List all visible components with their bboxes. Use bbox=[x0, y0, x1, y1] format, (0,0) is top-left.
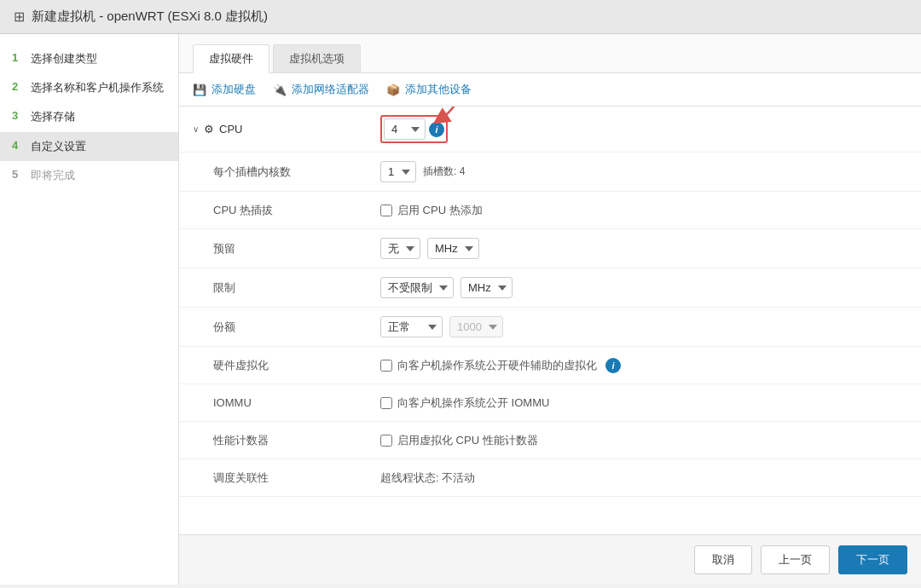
iommu-checkbox-group: 向客户机操作系统公开 IOMMU bbox=[380, 395, 549, 411]
sidebar-label-4: 自定义设置 bbox=[31, 139, 86, 154]
hotplug-checkbox-group: 启用 CPU 热添加 bbox=[380, 203, 483, 218]
step-num-2: 2 bbox=[12, 80, 24, 93]
schedule-control: 超线程状态: 不活动 bbox=[380, 470, 907, 486]
cores-control: 1 2 4 8 插槽数: 4 bbox=[380, 161, 907, 182]
add-nic-button[interactable]: 🔌 添加网络适配器 bbox=[273, 82, 369, 97]
hw-virt-checkbox-group: 向客户机操作系统公开硬件辅助的虚拟化 i bbox=[380, 358, 621, 373]
shares-num-select: 1000 bbox=[449, 316, 503, 337]
hotplug-checkbox[interactable] bbox=[380, 205, 392, 216]
main-container: 1 选择创建类型 2 选择名称和客户机操作系统 3 选择存储 4 自定义设置 5… bbox=[0, 34, 921, 585]
limit-control: 不受限制 MHz GHz bbox=[380, 277, 907, 298]
sidebar-label-3: 选择存储 bbox=[31, 109, 75, 124]
hotplug-control: 启用 CPU 热添加 bbox=[380, 203, 907, 218]
hw-virt-row: 硬件虚拟化 向客户机操作系统公开硬件辅助的虚拟化 i bbox=[179, 347, 921, 384]
prev-button[interactable]: 上一页 bbox=[761, 545, 830, 574]
sidebar-item-2[interactable]: 2 选择名称和客户机操作系统 bbox=[0, 73, 178, 102]
sidebar-label-2: 选择名称和客户机操作系统 bbox=[31, 80, 164, 95]
sidebar-item-3[interactable]: 3 选择存储 bbox=[0, 102, 178, 131]
toolbar: 💾 添加硬盘 🔌 添加网络适配器 📦 添加其他设备 bbox=[179, 73, 921, 107]
reservation-select[interactable]: 无 bbox=[380, 238, 420, 259]
iommu-label: IOMMU bbox=[193, 396, 380, 409]
shares-row: 份额 低 正常 高 自定义 1000 bbox=[179, 308, 921, 347]
cancel-button[interactable]: 取消 bbox=[694, 545, 752, 574]
sidebar: 1 选择创建类型 2 选择名称和客户机操作系统 3 选择存储 4 自定义设置 5… bbox=[0, 34, 179, 585]
footer: 取消 上一页 下一页 bbox=[179, 534, 921, 585]
add-disk-label: 添加硬盘 bbox=[211, 82, 256, 97]
title-bar: ⊞ 新建虚拟机 - openWRT (ESXi 8.0 虚拟机) bbox=[0, 0, 921, 34]
iommu-check-label: 向客户机操作系统公开 IOMMU bbox=[397, 395, 549, 411]
add-nic-icon: 🔌 bbox=[273, 84, 287, 96]
reservation-unit-select[interactable]: MHz GHz bbox=[427, 238, 479, 259]
hotplug-label: CPU 热插拔 bbox=[193, 203, 380, 218]
form-area: ∨ ⚙ CPU 1 2 4 8 16 bbox=[179, 107, 921, 534]
reservation-label: 预留 bbox=[193, 241, 380, 257]
window-title: 新建虚拟机 - openWRT (ESXi 8.0 虚拟机) bbox=[32, 9, 268, 25]
perf-counter-checkbox-group: 启用虚拟化 CPU 性能计数器 bbox=[380, 433, 538, 448]
cpu-row: ∨ ⚙ CPU 1 2 4 8 16 bbox=[179, 107, 921, 153]
shares-label: 份额 bbox=[193, 320, 380, 335]
perf-counter-check-label: 启用虚拟化 CPU 性能计数器 bbox=[397, 433, 538, 448]
cpu-chevron[interactable]: ∨ bbox=[193, 124, 199, 134]
add-device-button[interactable]: 📦 添加其他设备 bbox=[386, 82, 472, 97]
sidebar-item-1[interactable]: 1 选择创建类型 bbox=[0, 44, 178, 73]
hw-virt-checkbox[interactable] bbox=[380, 360, 392, 372]
schedule-value: 超线程状态: 不活动 bbox=[380, 470, 475, 486]
content-area: 虚拟硬件 虚拟机选项 💾 添加硬盘 🔌 添加网络适配器 📦 添加其他设备 bbox=[179, 34, 921, 585]
tab-bar: 虚拟硬件 虚拟机选项 bbox=[179, 34, 921, 73]
cpu-select[interactable]: 1 2 4 8 16 bbox=[384, 118, 426, 140]
cpu-hotplug-row: CPU 热插拔 启用 CPU 热添加 bbox=[179, 192, 921, 229]
hw-virt-info-icon[interactable]: i bbox=[605, 358, 621, 373]
add-device-label: 添加其他设备 bbox=[405, 82, 472, 97]
sidebar-item-4[interactable]: 4 自定义设置 bbox=[0, 132, 178, 161]
hw-virt-check-label: 向客户机操作系统公开硬件辅助的虚拟化 bbox=[397, 358, 597, 373]
cores-per-socket-row: 每个插槽内核数 1 2 4 8 插槽数: 4 bbox=[179, 153, 921, 192]
shares-select[interactable]: 低 正常 高 自定义 bbox=[380, 316, 443, 337]
add-device-icon: 📦 bbox=[386, 84, 400, 96]
tab-virtual-hardware[interactable]: 虚拟硬件 bbox=[193, 44, 269, 73]
reservation-row: 预留 无 MHz GHz bbox=[179, 229, 921, 268]
schedule-affinity-row: 调度关联性 超线程状态: 不活动 bbox=[179, 459, 921, 497]
add-disk-icon: 💾 bbox=[193, 84, 206, 96]
iommu-checkbox[interactable] bbox=[380, 397, 392, 409]
limit-unit-select[interactable]: MHz GHz bbox=[460, 277, 513, 298]
iommu-control: 向客户机操作系统公开 IOMMU bbox=[380, 395, 907, 411]
cpu-label-group: ∨ ⚙ CPU bbox=[193, 123, 380, 135]
cores-per-socket-select[interactable]: 1 2 4 8 bbox=[380, 161, 416, 182]
sidebar-item-5[interactable]: 5 即将完成 bbox=[0, 161, 178, 190]
add-disk-button[interactable]: 💾 添加硬盘 bbox=[193, 82, 256, 97]
reservation-control: 无 MHz GHz bbox=[380, 238, 907, 259]
tab-vm-options[interactable]: 虚拟机选项 bbox=[273, 44, 361, 72]
step-num-1: 1 bbox=[12, 51, 24, 64]
shares-control: 低 正常 高 自定义 1000 bbox=[380, 316, 907, 337]
add-nic-label: 添加网络适配器 bbox=[292, 82, 369, 97]
step-num-3: 3 bbox=[12, 109, 24, 122]
next-button[interactable]: 下一页 bbox=[838, 545, 907, 574]
perf-counter-control: 启用虚拟化 CPU 性能计数器 bbox=[380, 433, 907, 448]
title-icon: ⊞ bbox=[14, 9, 25, 25]
cpu-select-container: 1 2 4 8 16 i bbox=[380, 115, 448, 143]
cores-label: 每个插槽内核数 bbox=[193, 164, 380, 180]
iommu-row: IOMMU 向客户机操作系统公开 IOMMU bbox=[179, 384, 921, 422]
cpu-control: 1 2 4 8 16 i bbox=[380, 115, 907, 143]
limit-label: 限制 bbox=[193, 280, 380, 296]
perf-counter-row: 性能计数器 启用虚拟化 CPU 性能计数器 bbox=[179, 422, 921, 459]
perf-counter-label: 性能计数器 bbox=[193, 433, 380, 448]
slot-count-label: 插槽数: 4 bbox=[423, 164, 465, 179]
sidebar-label-1: 选择创建类型 bbox=[31, 51, 97, 66]
cpu-highlight-box: 1 2 4 8 16 i bbox=[380, 115, 448, 143]
step-num-4: 4 bbox=[12, 139, 24, 152]
schedule-label: 调度关联性 bbox=[193, 470, 380, 486]
limit-row: 限制 不受限制 MHz GHz bbox=[179, 268, 921, 308]
limit-select[interactable]: 不受限制 bbox=[380, 277, 454, 298]
cpu-label: CPU bbox=[219, 123, 242, 135]
hotplug-check-label: 启用 CPU 热添加 bbox=[397, 203, 483, 218]
sidebar-label-5: 即将完成 bbox=[31, 168, 75, 183]
perf-counter-checkbox[interactable] bbox=[380, 435, 392, 447]
cpu-icon: ⚙ bbox=[204, 123, 214, 135]
hw-virt-control: 向客户机操作系统公开硬件辅助的虚拟化 i bbox=[380, 358, 907, 373]
cpu-info-icon[interactable]: i bbox=[429, 122, 444, 137]
step-num-5: 5 bbox=[12, 168, 24, 181]
hw-virt-label: 硬件虚拟化 bbox=[193, 358, 380, 373]
